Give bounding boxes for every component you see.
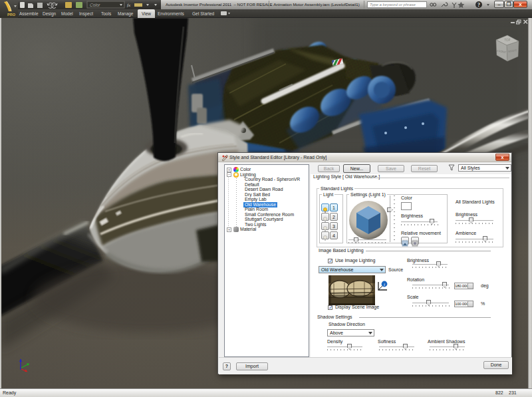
svg-text:?: ? <box>477 2 480 8</box>
svg-text:i: i <box>384 282 385 287</box>
svg-text:TOP: TOP <box>504 39 510 42</box>
svg-text:fx: fx <box>127 3 131 8</box>
svg-text:Color: Color <box>90 3 100 7</box>
